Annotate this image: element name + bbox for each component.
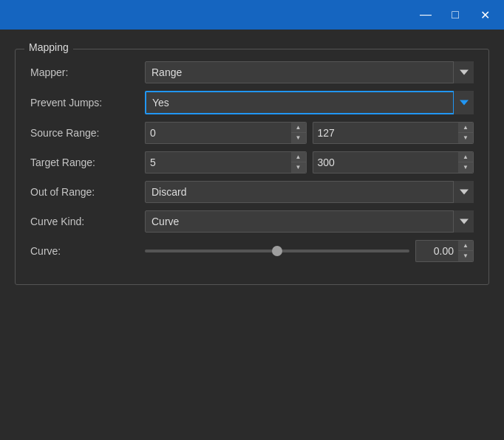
source-range-min-up[interactable]: ▲ bbox=[291, 123, 306, 133]
target-range-row: Target Range: ▲ ▼ ▲ ▼ bbox=[30, 151, 474, 173]
target-range-min-input[interactable] bbox=[145, 151, 291, 173]
curve-kind-select-wrapper: Curve Linear SCurve bbox=[145, 210, 474, 233]
curve-kind-control: Curve Linear SCurve bbox=[145, 210, 474, 233]
source-range-min-wrapper: ▲ ▼ bbox=[145, 122, 307, 144]
main-content: Mapping Mapper: Range Linear Discrete bbox=[0, 30, 504, 440]
mapper-select-wrapper: Range Linear Discrete bbox=[145, 61, 474, 83]
curve-spinbox: ▲ ▼ bbox=[415, 240, 474, 262]
minimize-button[interactable]: — bbox=[412, 4, 439, 25]
source-range-min-input[interactable] bbox=[145, 122, 291, 144]
mapper-row: Mapper: Range Linear Discrete bbox=[30, 61, 474, 83]
source-range-row: Source Range: ▲ ▼ ▲ ▼ bbox=[30, 122, 474, 144]
source-range-min-down[interactable]: ▼ bbox=[291, 133, 306, 143]
out-of-range-row: Out of Range: Discard Clamp Wrap bbox=[30, 181, 474, 203]
prevent-jumps-label: Prevent Jumps: bbox=[30, 97, 145, 109]
mapper-label: Mapper: bbox=[30, 66, 145, 78]
curve-value-down[interactable]: ▼ bbox=[458, 251, 473, 261]
source-range-max-down[interactable]: ▼ bbox=[458, 133, 473, 143]
out-of-range-label: Out of Range: bbox=[30, 186, 145, 198]
curve-slider[interactable] bbox=[145, 250, 409, 252]
out-of-range-control: Discard Clamp Wrap bbox=[145, 181, 474, 203]
source-range-spinboxes: ▲ ▼ ▲ ▼ bbox=[145, 122, 474, 144]
prevent-jumps-select[interactable]: Yes No bbox=[145, 91, 474, 114]
source-range-max-up[interactable]: ▲ bbox=[458, 123, 473, 133]
target-range-spinboxes: ▲ ▼ ▲ ▼ bbox=[145, 151, 474, 173]
mapper-control: Range Linear Discrete bbox=[145, 61, 474, 83]
out-of-range-select-wrapper: Discard Clamp Wrap bbox=[145, 181, 474, 203]
target-range-max-buttons: ▲ ▼ bbox=[458, 151, 474, 173]
close-button[interactable]: ✕ bbox=[471, 4, 498, 25]
source-range-max-buttons: ▲ ▼ bbox=[458, 122, 474, 144]
source-range-control: ▲ ▼ ▲ ▼ bbox=[145, 122, 474, 144]
maximize-button[interactable]: □ bbox=[442, 4, 469, 25]
title-bar: — □ ✕ bbox=[0, 0, 504, 30]
target-range-max-input[interactable] bbox=[313, 151, 459, 173]
curve-label: Curve: bbox=[30, 245, 145, 257]
curve-slider-group: ▲ ▼ bbox=[145, 240, 474, 262]
target-range-control: ▲ ▼ ▲ ▼ bbox=[145, 151, 474, 173]
target-range-max-up[interactable]: ▲ bbox=[458, 152, 473, 162]
source-range-max-input[interactable] bbox=[313, 122, 459, 144]
window-controls: — □ ✕ bbox=[412, 4, 498, 25]
target-range-min-buttons: ▲ ▼ bbox=[291, 151, 307, 173]
target-range-min-up[interactable]: ▲ bbox=[291, 152, 306, 162]
source-range-label: Source Range: bbox=[30, 127, 145, 139]
curve-value-up[interactable]: ▲ bbox=[458, 241, 473, 251]
curve-kind-row: Curve Kind: Curve Linear SCurve bbox=[30, 210, 474, 233]
mapper-select[interactable]: Range Linear Discrete bbox=[145, 61, 474, 83]
source-range-max-wrapper: ▲ ▼ bbox=[313, 122, 474, 144]
prevent-jumps-row: Prevent Jumps: Yes No bbox=[30, 91, 474, 114]
curve-value-buttons: ▲ ▼ bbox=[458, 240, 474, 262]
target-range-label: Target Range: bbox=[30, 157, 145, 168]
target-range-min-wrapper: ▲ ▼ bbox=[145, 151, 307, 173]
group-label: Mapping bbox=[24, 41, 73, 53]
mapping-group: Mapping Mapper: Range Linear Discrete bbox=[15, 49, 489, 285]
curve-value-input[interactable] bbox=[415, 240, 458, 262]
out-of-range-select[interactable]: Discard Clamp Wrap bbox=[145, 181, 474, 203]
target-range-min-down[interactable]: ▼ bbox=[291, 162, 306, 173]
curve-kind-select[interactable]: Curve Linear SCurve bbox=[145, 210, 474, 233]
curve-row: Curve: ▲ ▼ bbox=[30, 240, 474, 262]
curve-control: ▲ ▼ bbox=[145, 240, 474, 262]
prevent-jumps-select-wrapper: Yes No bbox=[145, 91, 474, 114]
curve-kind-label: Curve Kind: bbox=[30, 216, 145, 227]
target-range-max-down[interactable]: ▼ bbox=[458, 162, 473, 173]
source-range-min-buttons: ▲ ▼ bbox=[291, 122, 307, 144]
target-range-max-wrapper: ▲ ▼ bbox=[313, 151, 474, 173]
prevent-jumps-control: Yes No bbox=[145, 91, 474, 114]
